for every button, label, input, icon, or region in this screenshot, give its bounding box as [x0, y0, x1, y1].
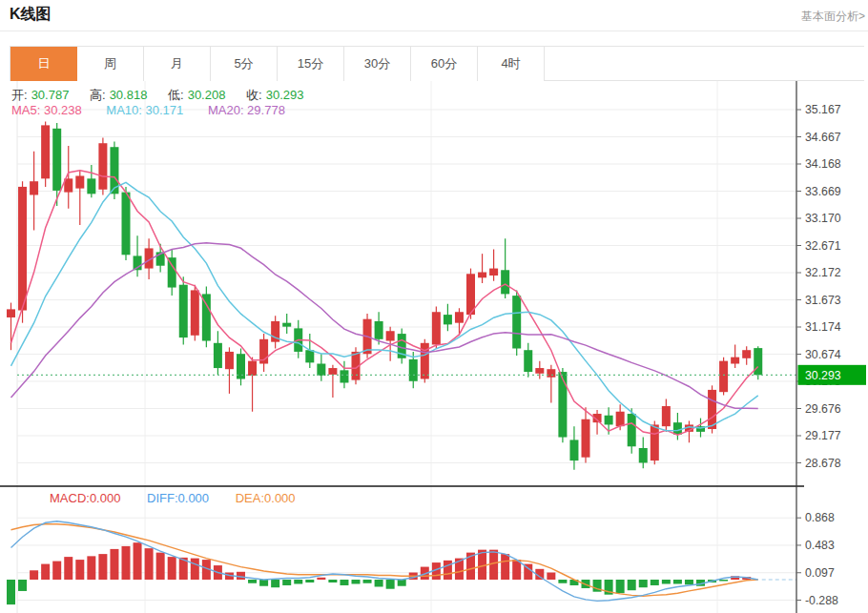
- candle-body: [7, 309, 15, 317]
- macd-histogram-bar: [87, 556, 95, 580]
- price-tick-label: 29.676: [805, 402, 841, 416]
- candle-body: [30, 181, 38, 194]
- candle-body: [202, 294, 211, 340]
- kline-chart-canvas[interactable]: 35.16734.66734.16833.66933.17032.67132.1…: [0, 81, 868, 613]
- price-tick-label: 29.177: [805, 429, 841, 442]
- macd-histogram-bar: [145, 548, 154, 580]
- macd-histogram-bar: [294, 580, 302, 583]
- macd-histogram-bar: [547, 573, 555, 580]
- candle-body: [122, 193, 131, 255]
- candle-body: [582, 419, 590, 458]
- macd-histogram-bar: [134, 542, 142, 580]
- tab-30分[interactable]: 30分: [344, 47, 411, 81]
- candle-body: [489, 269, 498, 276]
- open-label: 开:: [11, 88, 28, 102]
- candle-body: [558, 372, 567, 438]
- macd-histogram-bar: [248, 580, 257, 583]
- price-tick-label: 31.174: [805, 320, 841, 334]
- candle-body: [742, 350, 751, 358]
- candle-body: [501, 270, 509, 294]
- macd-histogram-bar: [719, 580, 728, 581]
- candle-body: [75, 175, 84, 188]
- candle-body: [628, 414, 636, 446]
- interval-tab-strip: 日周月5分15分30分60分4时: [10, 46, 864, 81]
- low-value: 30.208: [188, 88, 226, 102]
- price-tick-label: 33.669: [805, 185, 841, 198]
- macd-histogram-bar: [30, 570, 38, 580]
- macd-histogram-bar: [673, 580, 682, 583]
- macd-histogram-bar: [651, 580, 659, 585]
- macd-tick-label: -0.288: [805, 594, 838, 607]
- candle-body: [41, 125, 50, 178]
- macd-histogram-bar: [489, 550, 498, 580]
- macd-histogram-bar: [41, 564, 50, 580]
- macd-histogram-bar: [375, 580, 383, 586]
- macd-value: MACD:0.000: [50, 491, 120, 505]
- tab-5分[interactable]: 5分: [211, 47, 278, 81]
- candle-body: [719, 361, 728, 393]
- macd-histogram-bar: [444, 561, 452, 580]
- candle-body: [168, 257, 176, 287]
- macd-histogram-bar: [122, 546, 131, 580]
- page-title: K线图: [10, 5, 52, 25]
- price-tick-label: 32.671: [805, 239, 841, 253]
- macd-histogram-bar: [52, 562, 61, 580]
- macd-histogram-bar: [98, 554, 107, 580]
- candle-body: [455, 312, 464, 322]
- macd-histogram-bar: [340, 580, 348, 585]
- tab-月[interactable]: 月: [144, 47, 211, 81]
- candle-body: [639, 448, 648, 462]
- macd-histogram-bar: [156, 553, 165, 580]
- candle-body: [673, 422, 682, 435]
- price-tick-label: 28.678: [805, 457, 841, 470]
- ma10-value: MA10: 30.171: [106, 103, 183, 117]
- macd-tick-label: 0.483: [805, 539, 835, 552]
- ma20-line: [11, 243, 758, 409]
- low-label: 低:: [168, 88, 184, 102]
- candle-body: [225, 352, 234, 369]
- macd-histogram-bar: [558, 580, 567, 583]
- candle-body: [651, 424, 659, 460]
- candle-body: [214, 343, 222, 368]
- candle-body: [18, 187, 27, 311]
- tab-周[interactable]: 周: [77, 47, 144, 81]
- price-tick-label: 33.170: [805, 212, 841, 225]
- candle-body: [52, 129, 61, 191]
- candle-body: [616, 412, 625, 426]
- macd-histogram-bar: [237, 572, 245, 580]
- macd-readout: MACD:0.000 DIFF:0.000 DEA:0.000: [50, 491, 319, 505]
- macd-histogram-bar: [75, 560, 84, 580]
- tab-15分[interactable]: 15分: [278, 47, 344, 81]
- kline-chart-area: 35.16734.66734.16833.66933.17032.67132.1…: [0, 81, 868, 613]
- macd-histogram-bar: [259, 580, 268, 586]
- macd-histogram-bar: [386, 580, 395, 589]
- candle-body: [340, 370, 348, 382]
- macd-histogram-bar: [64, 557, 72, 580]
- macd-histogram-bar: [398, 580, 406, 586]
- candle-body: [386, 331, 395, 340]
- candle-body: [524, 350, 532, 372]
- tab-4时[interactable]: 4时: [478, 47, 545, 81]
- candle-body: [569, 439, 578, 460]
- macd-histogram-bar: [282, 580, 291, 585]
- macd-histogram-bar: [7, 580, 15, 604]
- macd-histogram-bar: [191, 559, 199, 580]
- high-value: 30.818: [110, 88, 148, 102]
- macd-histogram-bar: [168, 557, 176, 580]
- candle-body: [731, 358, 739, 364]
- candle-body: [328, 368, 337, 375]
- price-tick-label: 34.667: [805, 131, 841, 144]
- macd-histogram-bar: [352, 580, 361, 583]
- tab-日[interactable]: 日: [10, 47, 77, 81]
- macd-histogram-bar: [685, 580, 693, 584]
- dea-value: DEA:0.000: [236, 491, 296, 505]
- macd-histogram-bar: [628, 580, 636, 590]
- tab-60分[interactable]: 60分: [411, 47, 478, 81]
- fundamental-analysis-link[interactable]: 基本面分析>: [801, 9, 865, 25]
- current-price-badge-text: 30.293: [805, 369, 841, 382]
- price-tick-label: 34.168: [805, 157, 841, 171]
- high-label: 高:: [90, 88, 106, 102]
- candle-body: [305, 350, 314, 362]
- price-tick-label: 32.172: [805, 266, 841, 279]
- candle-body: [409, 359, 418, 381]
